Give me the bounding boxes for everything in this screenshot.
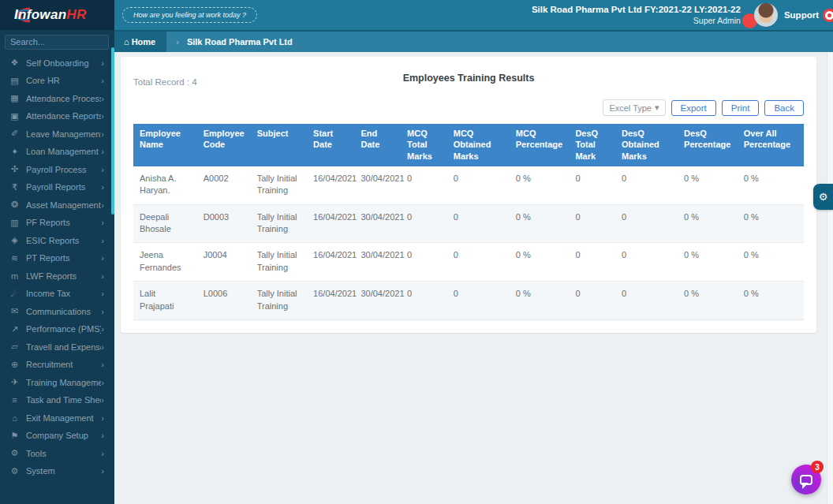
table-cell: 0 <box>569 282 615 320</box>
sidebar-item-esic-reports[interactable]: ◈ESIC Reports› <box>0 232 114 250</box>
sidebar-item-performance-pms[interactable]: ↗Performance (PMS)› <box>0 320 114 338</box>
table-cell: 0 <box>615 204 678 243</box>
table-cell: 0 <box>447 243 510 282</box>
rupee-icon: ₹ <box>7 182 22 192</box>
column-header: Employee Name <box>133 124 197 166</box>
search-input[interactable] <box>5 35 109 50</box>
support-button[interactable]: Support <box>784 9 833 22</box>
table-cell: 0 % <box>678 282 738 320</box>
main-column: How are you feeling at work today ? Silk… <box>114 0 833 504</box>
sidebar-item-label: Core HR <box>22 76 101 85</box>
sidebar-item-communications[interactable]: ✉Communications› <box>0 303 114 321</box>
sidebar-item-system[interactable]: ⚙System› <box>0 462 114 480</box>
chevron-down-icon: ▾ <box>655 103 659 113</box>
chat-badge: 3 <box>811 461 824 473</box>
table-cell: Tally Initial Training <box>251 204 307 243</box>
settings-gear-tab[interactable]: ⚙ <box>813 184 833 210</box>
sidebar-item-attendance-process[interactable]: ▦Attendance Process› <box>0 90 114 108</box>
column-header: MCQ Total Marks <box>401 124 447 166</box>
chart-line-icon: ↗ <box>7 324 22 334</box>
print-button[interactable]: Print <box>722 100 760 116</box>
sidebar-item-leave-management[interactable]: ✐Leave Management› <box>0 125 114 144</box>
table-cell: 30/04/2021 <box>354 243 401 282</box>
table-cell: 0 <box>569 166 615 204</box>
table-cell: 0 <box>401 243 447 282</box>
sidebar-item-label: Loan Management <box>22 147 101 156</box>
company-info: Silk Road Pharma Pvt Ltd FY:2021-22 LY:2… <box>532 4 741 26</box>
sidebar-item-label: Communications <box>22 307 101 316</box>
sidebar-item-label: Travell and Expense <box>22 342 101 352</box>
sidebar-item-income-tax[interactable]: ☄Income Tax› <box>0 285 114 303</box>
table-cell: 16/04/2021 <box>307 282 354 320</box>
sidebar-item-label: LWF Reports <box>22 271 101 281</box>
top-header: How are you feeling at work today ? Silk… <box>114 0 833 30</box>
table-cell: 0 <box>401 204 447 243</box>
export-button[interactable]: Export <box>671 100 716 116</box>
results-card: Total Record : 4 Employees Training Resu… <box>121 57 816 333</box>
chevron-right-icon: › <box>101 342 114 352</box>
table-row: Jeena FernandesJ0004Tally Initial Traini… <box>133 243 804 282</box>
flag-icon: ⚑ <box>7 431 22 441</box>
sidebar-item-payroll-reports[interactable]: ₹Payroll Reports› <box>0 178 114 196</box>
sidebar-item-label: PT Reports <box>22 253 101 263</box>
breadcrumb: ⌂ Home › Silk Road Pharma Pvt Ltd <box>114 30 833 52</box>
mood-question-button[interactable]: How are you feeling at work today ? <box>122 7 257 23</box>
sidebar-item-pt-reports[interactable]: ≋PT Reports› <box>0 249 114 267</box>
table-cell: 0 <box>401 166 447 204</box>
sidebar-item-core-hr[interactable]: ▤Core HR› <box>0 72 114 90</box>
table-cell: 0 % <box>678 166 738 204</box>
user-avatar[interactable] <box>754 3 778 27</box>
sidebar-item-task-and-time-sheet[interactable]: ≡Task and Time Sheet› <box>0 391 114 409</box>
sidebar-item-tools[interactable]: ⚙Tools› <box>0 445 114 463</box>
sidebar-item-lwf-reports[interactable]: mLWF Reports› <box>0 267 114 286</box>
table-cell: 30/04/2021 <box>354 282 401 320</box>
sidebar-item-asset-management[interactable]: ❂Asset Management› <box>0 196 114 215</box>
sidebar-item-travell-and-expense[interactable]: ▱Travell and Expense› <box>0 338 114 357</box>
sidebar-item-recruitment[interactable]: ⊕Recruitment› <box>0 356 114 374</box>
breadcrumb-home[interactable]: ⌂ Home <box>114 32 166 52</box>
excel-type-select[interactable]: Excel Type ▾ <box>603 99 665 116</box>
sidebar-item-attendance-reports[interactable]: ▣Attendance Reports› <box>0 107 114 125</box>
sidebar-item-pf-reports[interactable]: ▥PF Reports› <box>0 214 114 232</box>
sidebar-item-label: Performance (PMS) <box>22 324 101 334</box>
table-row: Anisha A. Haryan.A0002Tally Initial Trai… <box>133 166 804 204</box>
back-button[interactable]: Back <box>764 100 804 116</box>
chevron-right-icon: › <box>101 395 114 405</box>
table-cell: Deepali Bhosale <box>133 204 197 243</box>
content-area: Total Record : 4 Employees Training Resu… <box>114 52 833 504</box>
chevron-right-icon: › <box>101 307 114 316</box>
briefcase-icon: ▥ <box>7 218 22 228</box>
chevron-right-icon: › <box>101 413 114 423</box>
table-cell: 0 % <box>738 204 804 243</box>
training-results-table: Employee NameEmployee CodeSubjectStart D… <box>133 124 804 320</box>
table-toolbar: Excel Type ▾ Export Print Back <box>133 99 804 116</box>
sidebar-item-company-setup[interactable]: ⚑Company Setup› <box>0 427 114 445</box>
sidebar-item-label: Payroll Process <box>22 165 101 174</box>
sidebar-nav: ❖Self Onboarding›▤Core HR›▦Attendance Pr… <box>0 54 114 480</box>
sidebar-item-training-management[interactable]: ✈Training Management› <box>0 374 114 392</box>
sidebar-item-label: Recruitment <box>22 360 101 369</box>
table-cell: 0 <box>569 243 615 282</box>
sidebar-item-loan-management[interactable]: ✦Loan Management› <box>0 143 114 161</box>
user-role: Super Admin <box>532 16 741 26</box>
chat-bubble-icon <box>800 475 812 485</box>
sidebar-item-label: Income Tax <box>22 289 101 298</box>
support-target-icon <box>823 9 833 22</box>
gear-icon: ⚙ <box>7 466 22 476</box>
table-row: Deepali BhosaleD0003Tally Initial Traini… <box>133 204 804 243</box>
chevron-right-icon: › <box>101 324 114 334</box>
sidebar-item-payroll-process[interactable]: ✣Payroll Process› <box>0 161 114 179</box>
sidebar-item-exit-management[interactable]: ⌂Exit Management› <box>0 409 114 427</box>
table-cell: 0 % <box>678 204 738 243</box>
brand-logo[interactable]: InfowanHR <box>0 0 114 30</box>
table-cell: D0003 <box>197 204 251 243</box>
column-header: End Date <box>354 124 401 166</box>
table-cell: 0 <box>447 282 510 320</box>
asset-icon: ❂ <box>7 200 22 210</box>
sidebar-item-self-onboarding[interactable]: ❖Self Onboarding› <box>0 54 114 73</box>
chevron-right-icon: › <box>101 253 114 263</box>
page-scrollbar[interactable] <box>827 52 833 504</box>
chat-button[interactable]: 3 <box>791 465 821 495</box>
column-header: Employee Code <box>197 124 251 166</box>
sidebar-item-label: Tools <box>22 449 101 458</box>
